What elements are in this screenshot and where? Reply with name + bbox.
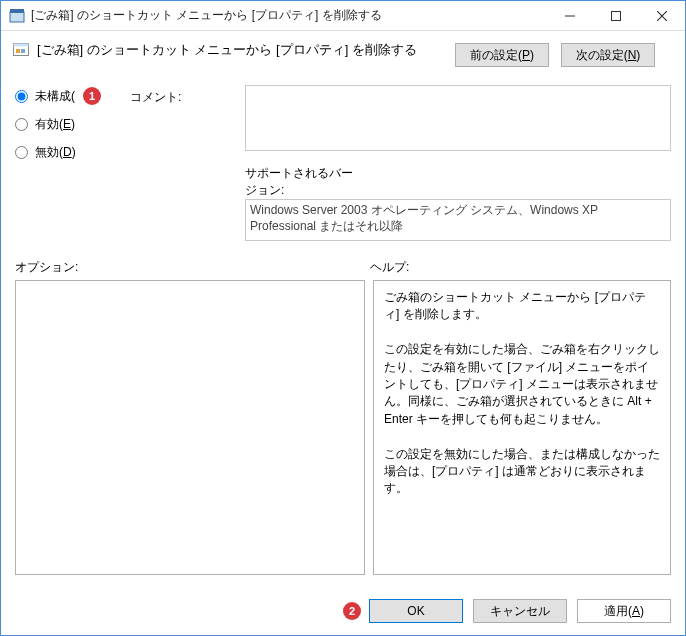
subheader: [ごみ箱] のショートカット メニューから [プロパティ] を削除する 前の設定…	[1, 31, 685, 85]
svg-rect-7	[14, 44, 29, 47]
prev-setting-button[interactable]: 前の設定(P)	[455, 43, 549, 67]
svg-rect-8	[16, 49, 20, 53]
policy-title: [ごみ箱] のショートカット メニューから [プロパティ] を削除する	[37, 39, 447, 59]
app-icon	[9, 8, 25, 24]
svg-rect-0	[10, 12, 24, 22]
options-label: オプション:	[15, 259, 370, 276]
options-panel	[15, 280, 365, 575]
help-p3: この設定を無効にした場合、または構成しなかった場合は、[プロパティ] は通常どお…	[384, 446, 660, 498]
ok-button[interactable]: OK	[369, 599, 463, 623]
comment-label: コメント:	[130, 89, 245, 106]
annotation-badge-1: 1	[83, 87, 101, 105]
help-p2: この設定を有効にした場合、ごみ箱を右クリックしたり、ごみ箱を開いて [ファイル]…	[384, 341, 660, 428]
radio-enabled-label: 有効(E)	[35, 116, 75, 133]
minimize-button[interactable]	[547, 1, 593, 30]
svg-rect-9	[21, 49, 25, 53]
footer: 2 OK キャンセル 適用(A)	[1, 589, 685, 635]
radio-disabled-input[interactable]	[15, 146, 28, 159]
radio-enabled[interactable]: 有効(E)	[15, 116, 130, 133]
apply-button[interactable]: 適用(A)	[577, 599, 671, 623]
window: [ごみ箱] のショートカット メニューから [プロパティ] を削除する [ごみ箱…	[0, 0, 686, 636]
close-button[interactable]	[639, 1, 685, 30]
window-controls	[547, 1, 685, 30]
titlebar: [ごみ箱] のショートカット メニューから [プロパティ] を削除する	[1, 1, 685, 31]
panel-labels: オプション: ヘルプ:	[15, 241, 671, 280]
radio-not-configured-label: 未構成(	[35, 88, 75, 105]
help-p1: ごみ箱のショートカット メニューから [プロパティ] を削除します。	[384, 289, 660, 324]
cancel-button[interactable]: キャンセル	[473, 599, 567, 623]
svg-rect-3	[612, 11, 621, 20]
supported-on-label: サポートされるバージョン:	[245, 161, 360, 199]
help-panel: ごみ箱のショートカット メニューから [プロパティ] を削除します。 この設定を…	[373, 280, 671, 575]
comment-textarea[interactable]	[245, 85, 671, 151]
window-title: [ごみ箱] のショートカット メニューから [プロパティ] を削除する	[31, 7, 547, 24]
radio-disabled-label: 無効(D)	[35, 144, 76, 161]
maximize-button[interactable]	[593, 1, 639, 30]
body: 未構成( 1 有効(E) 無効(D) コメント: サポートされるバージョン	[1, 85, 685, 589]
state-radio-group: 未構成( 1 有効(E) 無効(D)	[15, 85, 130, 199]
policy-icon	[13, 41, 29, 57]
radio-not-configured[interactable]: 未構成( 1	[15, 87, 130, 105]
radio-not-configured-input[interactable]	[15, 90, 28, 103]
next-setting-button[interactable]: 次の設定(N)	[561, 43, 655, 67]
svg-rect-1	[10, 9, 24, 13]
supported-on-text: Windows Server 2003 オペレーティング システム、Window…	[245, 199, 671, 241]
help-label: ヘルプ:	[370, 259, 409, 276]
radio-enabled-input[interactable]	[15, 118, 28, 131]
nav-buttons: 前の設定(P) 次の設定(N)	[455, 39, 673, 77]
annotation-badge-2: 2	[343, 602, 361, 620]
radio-disabled[interactable]: 無効(D)	[15, 144, 130, 161]
